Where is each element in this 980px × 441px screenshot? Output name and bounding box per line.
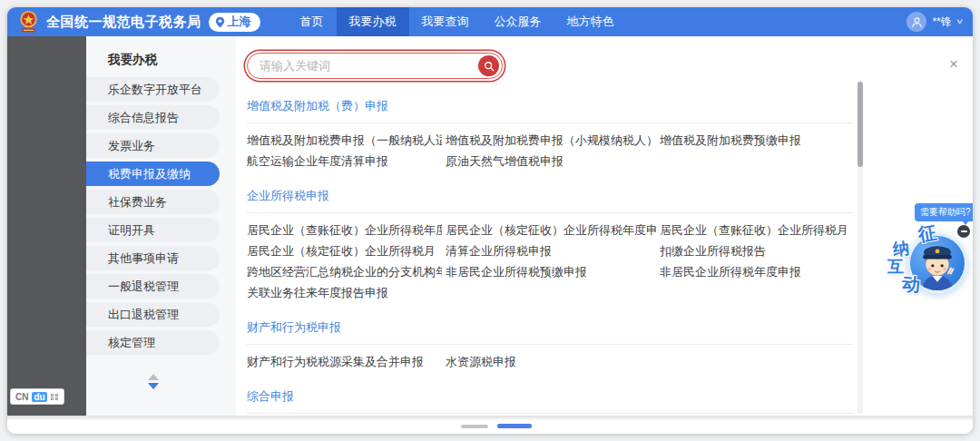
menu-section: 财产和行为税申报财产和行为税税源采集及合并申报水资源税申报 [247,312,853,372]
menu-item[interactable]: 跨地区经营汇总纳税企业的分支机构年度纳税... [247,261,442,282]
section-grid: 居民企业（查账征收）企业所得税年度申报居民企业（核定征收）企业所得税年度申报居民… [247,213,853,303]
nav-item[interactable]: 地方特色 [554,7,627,36]
top-header-bar: 全国统一规范电子税务局 上海 首页我要办税我要查询公众服务地方特色 **锋 ˅ [7,7,973,36]
menu-item[interactable]: 增值税及附加税费预缴申报 [660,130,853,151]
close-icon[interactable]: × [949,56,958,72]
ime-language: CN [15,392,28,402]
mega-menu-panel: × 增值税及附加税（费）申报增值税及附加税费申报（一般纳税人适用）增值税及附加税… [236,36,973,416]
chevron-down-icon: ˅ [956,17,963,26]
minimize-button[interactable] [957,225,970,238]
dimmed-page-overlay [7,36,86,416]
menu-section: 综合申报车辆购置税纳税申报委托代征报告简易确认式申报综合关联式申报对外支付综合办… [247,381,853,416]
section-grid: 增值税及附加税费申报（一般纳税人适用）增值税及附加税费申报（小规模纳税人）增值税… [247,123,853,172]
menu-item[interactable]: 居民企业（核定征收）企业所得税月（季）度... [247,240,442,261]
menu-section: 企业所得税申报居民企业（查账征收）企业所得税年度申报居民企业（核定征收）企业所得… [247,181,853,303]
user-avatar [906,12,926,32]
nav-item[interactable]: 我要查询 [409,7,482,36]
scrollbar-thumb[interactable] [858,82,863,167]
menu-item[interactable]: 增值税及附加税费申报（小规模纳税人） [446,130,656,151]
carousel-footer [7,416,973,434]
page-up-arrow[interactable] [148,374,159,380]
person-icon [911,16,923,28]
sidebar-item[interactable]: 税费申报及缴纳 [86,162,220,186]
page-down-arrow[interactable] [148,383,159,389]
location-switcher[interactable]: 上海 [209,13,260,32]
sidebar-item[interactable]: 核定管理 [86,330,220,355]
sidebar-item[interactable]: 证明开具 [86,218,220,242]
sidebar-items: 乐企数字开放平台综合信息报告发票业务税费申报及缴纳社保费业务证明开具其他事项申请… [86,77,236,355]
assistant-badge-char: 动 [901,271,922,298]
assistant-widget: 需要帮助吗? 征 纳 互 动 [867,198,973,334]
location-pin-icon [215,16,225,28]
location-label: 上海 [228,14,251,30]
ime-tools-icon [51,394,59,400]
menu-item[interactable]: 清算企业所得税申报 [446,240,656,261]
sections: 增值税及附加税（费）申报增值税及附加税费申报（一般纳税人适用）增值税及附加税费申… [247,91,853,416]
sidebar-item[interactable]: 综合信息报告 [86,105,220,130]
section-title: 综合申报 [247,381,853,414]
carousel-dot-active[interactable] [497,424,532,428]
menu-item[interactable]: 原油天然气增值税申报 [446,151,656,172]
section-title: 增值税及附加税（费）申报 [247,91,853,123]
sidebar: 我要办税 乐企数字开放平台综合信息报告发票业务税费申报及缴纳社保费业务证明开具其… [86,36,236,416]
tax-emblem-logo [18,10,39,34]
ime-brand-badge: du [32,392,46,402]
main-nav: 首页我要办税我要查询公众服务地方特色 [288,7,627,36]
menu-item[interactable]: 居民企业（核定征收）企业所得税年度申报 [446,220,656,240]
menu-item[interactable]: 增值税及附加税费申报（一般纳税人适用） [247,130,442,151]
sidebar-item[interactable]: 发票业务 [86,133,220,158]
sidebar-item[interactable]: 乐企数字开放平台 [86,77,220,102]
sidebar-item[interactable]: 一般退税管理 [86,274,220,299]
assistant-badge-char: 征 [916,220,938,247]
sidebar-item[interactable]: 社保费业务 [86,190,220,214]
assistant-tooltip[interactable]: 需要帮助吗? [915,203,973,221]
page-body: 我要办税 乐企数字开放平台综合信息报告发票业务税费申报及缴纳社保费业务证明开具其… [7,36,973,416]
nav-item[interactable]: 公众服务 [482,7,554,36]
menu-item[interactable]: 居民企业（查账征收）企业所得税月（季）度... [660,220,853,240]
sidebar-pager [86,374,220,389]
menu-item[interactable]: 水资源税申报 [446,351,656,372]
menu-item[interactable]: 非居民企业所得税预缴申报 [446,261,656,282]
section-grid: 财产和行为税税源采集及合并申报水资源税申报 [247,345,853,372]
section-title: 财产和行为税申报 [247,312,853,345]
ime-toolbar[interactable]: CN du [10,388,64,405]
search-icon [484,61,495,72]
keyword-search [247,53,503,79]
menu-item[interactable]: 航空运输企业年度清算申报 [247,151,442,172]
nav-item[interactable]: 我要办税 [337,7,409,36]
menu-section: 增值税及附加税（费）申报增值税及附加税费申报（一般纳税人适用）增值税及附加税费申… [247,91,853,172]
user-menu[interactable]: **锋 ˅ [906,12,962,32]
nav-item[interactable]: 首页 [288,7,337,36]
section-title: 企业所得税申报 [247,181,853,213]
menu-item[interactable]: 财产和行为税税源采集及合并申报 [247,351,442,372]
assistant-badge-char: 互 [887,256,904,278]
menu-item[interactable]: 关联业务往来年度报告申报 [247,282,442,303]
menu-item[interactable]: 非居民企业所得税年度申报 [660,261,853,282]
menu-item[interactable]: 扣缴企业所得税报告 [660,240,853,261]
carousel-dots [461,424,532,428]
sidebar-item[interactable]: 其他事项申请 [86,246,220,270]
screen: 全国统一规范电子税务局 上海 首页我要办税我要查询公众服务地方特色 **锋 ˅ [0,0,980,441]
search-input[interactable] [248,59,478,73]
menu-item[interactable]: 居民企业（查账征收）企业所得税年度申报 [247,220,442,240]
sidebar-item[interactable]: 出口退税管理 [86,302,220,327]
search-button[interactable] [478,55,499,76]
browser-window: 全国统一规范电子税务局 上海 首页我要办税我要查询公众服务地方特色 **锋 ˅ [7,7,973,434]
scrollbar-track[interactable] [858,80,863,414]
minus-icon [961,230,967,232]
user-name: **锋 [932,15,951,30]
sidebar-title: 我要办税 [86,48,236,77]
carousel-dot[interactable] [461,425,488,428]
app-title: 全国统一规范电子税务局 [46,14,201,31]
